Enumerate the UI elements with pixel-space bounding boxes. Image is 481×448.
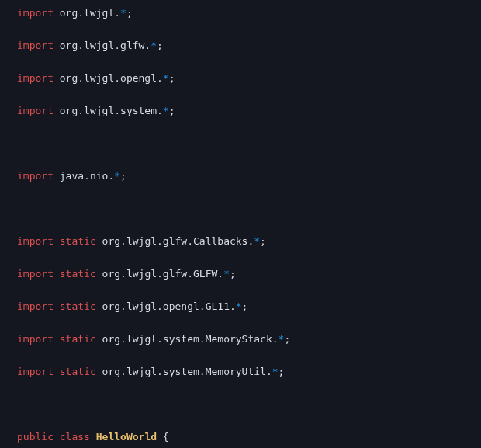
keyword-static: static [60,268,96,280]
keyword-import: import [17,300,54,312]
keyword-class: class [60,431,90,443]
package-path: java.nio. [60,170,114,182]
semicolon: ; [169,105,175,116]
keyword-import: import [17,7,54,19]
import-static-line: import static org.lwjgl.glfw.Callbacks.*… [0,233,481,249]
keyword-import: import [17,105,54,116]
blank-line [0,135,481,151]
keyword-static: static [60,366,96,377]
wildcard: * [151,40,157,51]
wildcard: * [120,7,126,19]
import-line: import org.lwjgl.glfw.*; [0,37,481,54]
package-path: org.lwjgl. [60,7,120,19]
wildcard: * [236,300,242,312]
keyword-import: import [17,170,54,182]
semicolon: ; [230,268,236,280]
class-declaration: public class HelloWorld { [0,429,481,445]
keyword-import: import [17,40,54,51]
semicolon: ; [260,235,266,247]
keyword-public: public [17,431,54,443]
code-block: import org.lwjgl.*; import org.lwjgl.glf… [0,0,481,448]
import-static-line: import static org.lwjgl.glfw.GLFW.*; [0,266,481,282]
keyword-static: static [60,235,96,247]
semicolon: ; [157,40,163,51]
semicolon: ; [284,333,290,345]
wildcard: * [272,366,279,377]
keyword-static: static [60,333,96,345]
brace-open: { [157,431,169,443]
package-path: org.lwjgl.glfw.Callbacks. [102,235,254,247]
package-path: org.lwjgl.glfw.GLFW. [102,268,224,280]
blank-line [0,200,481,217]
import-static-line: import static org.lwjgl.opengl.GL11.*; [0,298,481,314]
keyword-import: import [17,366,54,377]
keyword-import: import [17,268,54,280]
keyword-import: import [17,72,54,84]
import-line: import org.lwjgl.system.*; [0,102,481,119]
semicolon: ; [279,366,285,377]
blank-line [0,396,481,412]
package-path: org.lwjgl.glfw. [60,40,151,51]
wildcard: * [254,235,260,247]
semicolon: ; [169,72,175,84]
keyword-import: import [17,235,54,247]
semicolon: ; [242,300,248,312]
keyword-import: import [17,333,54,345]
semicolon: ; [126,7,133,19]
import-line: import org.lwjgl.opengl.*; [0,70,481,86]
wildcard: * [163,72,169,84]
import-static-line: import static org.lwjgl.system.MemoryUti… [0,363,481,380]
class-name: HelloWorld [96,431,157,443]
wildcard: * [114,170,120,182]
package-path: org.lwjgl.system. [60,105,163,116]
wildcard: * [223,268,230,280]
package-path: org.lwjgl.opengl.GL11. [102,300,236,312]
wildcard: * [163,105,169,116]
package-path: org.lwjgl.system.MemoryStack. [102,333,279,345]
package-path: org.lwjgl.opengl. [60,72,163,84]
import-line: import java.nio.*; [0,168,481,184]
package-path: org.lwjgl.system.MemoryUtil. [102,366,272,377]
semicolon: ; [120,170,126,182]
import-static-line: import static org.lwjgl.system.MemorySta… [0,331,481,347]
keyword-static: static [60,300,96,312]
import-line: import org.lwjgl.*; [0,5,481,21]
